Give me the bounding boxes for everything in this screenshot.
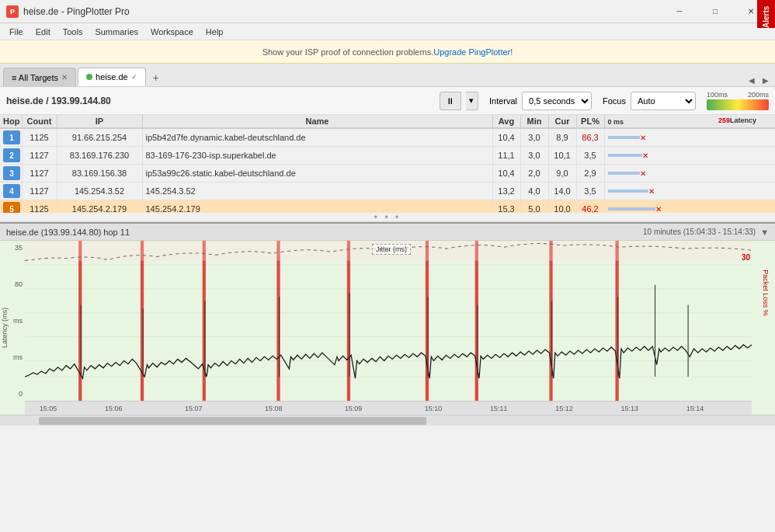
menu-workspace[interactable]: Workspace: [144, 26, 200, 38]
chart-title: heise.de (193.99.144.80) hop 11: [6, 228, 325, 237]
maximize-button[interactable]: □: [697, 0, 733, 23]
min-4: 4,0: [520, 183, 548, 200]
loss-indicator-4: ✕: [648, 187, 655, 196]
chart-scrollbar[interactable]: [0, 415, 775, 426]
latency-bar-5: ✕: [604, 200, 775, 214]
chart-expand-icon[interactable]: ▼: [760, 228, 769, 237]
pl-5: 46,2: [576, 200, 604, 214]
col-count: Count: [22, 115, 57, 128]
latency-bar-2: ✕: [604, 147, 775, 165]
menu-file[interactable]: File: [3, 26, 30, 38]
menu-summaries[interactable]: Summaries: [89, 26, 144, 38]
ip-3: 83.169.156.38: [57, 165, 142, 183]
col-pl: PL%: [576, 115, 604, 128]
count-1: 1125: [22, 128, 57, 147]
ip-1: 91.66.215.254: [57, 128, 142, 147]
time-1506: 15:06: [105, 405, 123, 412]
cur-3: 9,0: [548, 165, 576, 183]
titlebar: P heise.de - PingPlotter Pro ─ □ ✕: [0, 0, 775, 23]
toolbar: heise.de / 193.99.144.80 ⏸ ▾ Interval 0,…: [0, 87, 775, 115]
chart-scrollbar-thumb[interactable]: [39, 417, 426, 425]
count-4: 1127: [22, 183, 57, 200]
pl-1: 86,3: [576, 128, 604, 147]
tab-heise-status-icon: [86, 74, 92, 80]
focus-select[interactable]: Auto 10 minutes 1 hour: [631, 92, 696, 110]
tab-all-targets-label: ≡ All Targets: [12, 73, 58, 82]
hop-num-3: 3: [3, 166, 20, 180]
tab-heise[interactable]: heise.de ✓: [78, 68, 146, 86]
focus-label: Focus: [603, 96, 626, 106]
time-1513: 15:13: [621, 405, 639, 412]
tab-all-targets[interactable]: ≡ All Targets ✕: [3, 68, 76, 86]
menu-help[interactable]: Help: [200, 26, 230, 38]
table-row[interactable]: 2112783.169.176.23083-169-176-230-isp.su…: [0, 147, 775, 165]
chart-time-range: 10 minutes (15:04:33 - 15:14:33): [643, 228, 756, 236]
interval-label: Interval: [489, 96, 517, 106]
loss-indicator-3: ✕: [640, 169, 646, 178]
count-5: 1125: [22, 200, 57, 214]
menu-edit[interactable]: Edit: [30, 26, 57, 38]
table-row[interactable]: 3112783.169.156.38ip53a99c26.static.kabe…: [0, 165, 775, 183]
table-row[interactable]: 1112591.66.215.254ip5b42d7fe.dynamic.kab…: [0, 128, 775, 147]
table-row[interactable]: 41127145.254.3.52145.254.3.5213,24,014,0…: [0, 183, 775, 200]
chart-svg: [25, 241, 752, 401]
menu-tools[interactable]: Tools: [57, 26, 89, 38]
col-min: Min: [520, 115, 548, 128]
jitter-label: Jitter (ms): [372, 244, 411, 255]
min-5: 5,0: [520, 200, 548, 214]
avg-4: 13,2: [492, 183, 520, 200]
time-1510: 15:10: [425, 405, 443, 412]
alerts-label: Alerts: [762, 6, 770, 28]
ip-5: 145.254.2.179: [57, 200, 142, 214]
target-label: heise.de / 193.99.144.80: [6, 96, 111, 106]
minimize-button[interactable]: ─: [662, 0, 697, 23]
time-1511: 15:11: [490, 405, 508, 412]
latency-bar-4: ✕: [604, 183, 775, 200]
hop-num-5: 5: [3, 202, 20, 213]
col-cur: Cur: [548, 115, 576, 128]
tab-next-button[interactable]: ▶: [759, 74, 772, 86]
tab-prev-button[interactable]: ◀: [745, 74, 758, 86]
pl-30-label: 30: [742, 253, 750, 262]
y-label-0: 0: [0, 390, 25, 398]
latency-200-label: 200ms: [748, 91, 769, 99]
hop-num-2: 2: [3, 148, 20, 162]
min-3: 2,0: [520, 165, 548, 183]
count-3: 1127: [22, 165, 57, 183]
tabbar: ≡ All Targets ✕ heise.de ✓ + ◀ ▶: [0, 64, 775, 87]
loss-indicator-5: ✕: [655, 205, 662, 214]
min-1: 3,0: [520, 128, 548, 147]
play-dropdown[interactable]: ▾: [466, 92, 478, 110]
interval-select[interactable]: 0,5 seconds 1 second 2,5 seconds 5 secon…: [522, 92, 592, 110]
add-tab-button[interactable]: +: [148, 69, 165, 86]
tab-all-targets-close[interactable]: ✕: [61, 73, 68, 82]
table-body: 1112591.66.215.254ip5b42d7fe.dynamic.kab…: [0, 128, 775, 213]
packet-loss-axis-label: Packet Loss %: [762, 269, 770, 316]
cur-4: 14,0: [548, 183, 576, 200]
time-axis: 15:05 15:06 15:07 15:08 15:09 15:10 15:1…: [25, 401, 752, 415]
avg-3: 10,4: [492, 165, 520, 183]
hop-num-1: 1: [3, 130, 20, 144]
upgrade-link[interactable]: Upgrade PingPlotter!: [433, 47, 513, 57]
main-content: Hop Count IP Name Avg Min Cur PL% 0 ms L…: [0, 115, 775, 426]
min-2: 3,0: [520, 147, 548, 165]
pause-button[interactable]: ⏸: [440, 92, 461, 110]
col-hop: Hop: [0, 115, 22, 128]
pl-4: 3,5: [576, 183, 604, 200]
latency-bar-1: ✕: [604, 128, 775, 147]
avg-2: 11,1: [492, 147, 520, 165]
tab-heise-check: ✓: [131, 73, 137, 81]
chart-area: heise.de (193.99.144.80) hop 11 10 minut…: [0, 222, 775, 426]
menubar: File Edit Tools Summaries Workspace Help: [0, 23, 775, 40]
app-title: heise.de - PingPlotter Pro: [23, 6, 662, 17]
chart-header: heise.de (193.99.144.80) hop 11 10 minut…: [0, 224, 775, 241]
alerts-sidebar[interactable]: Alerts: [757, 0, 775, 28]
loss-indicator-1: ✕: [640, 134, 646, 142]
chart-body: 35 80 ms ms 0 Latency (ms): [0, 241, 775, 415]
latency-axis-label: Latency (ms): [1, 308, 9, 348]
time-1509: 15:09: [345, 405, 363, 412]
y-label-35: 35: [0, 244, 25, 252]
hop-num-4: 4: [3, 184, 20, 198]
cur-1: 8,9: [548, 128, 576, 147]
cur-5: 10,0: [548, 200, 576, 214]
